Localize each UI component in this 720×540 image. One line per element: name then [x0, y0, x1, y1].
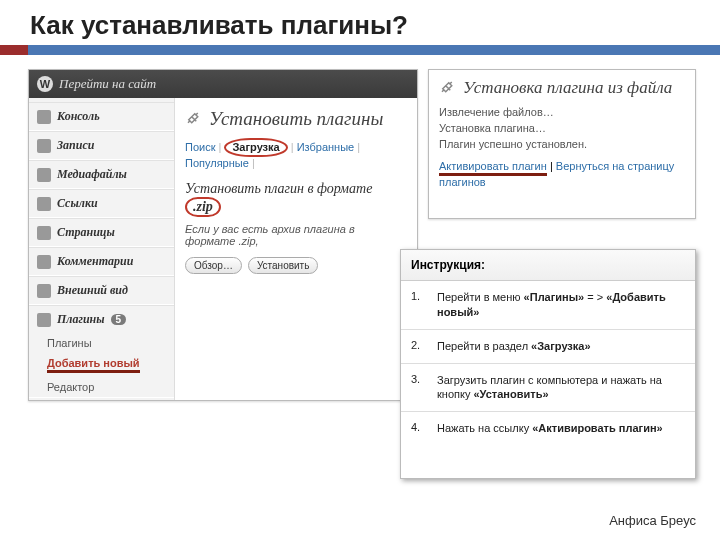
wp-main-area: Установить плагины Поиск | Загрузка | Из… [175, 98, 417, 400]
plug-icon [185, 110, 203, 128]
instruction-step: 2.Перейти в раздел «Загрузка» [401, 330, 695, 364]
sidebar-item-plugins[interactable]: Плагины 5 [29, 306, 174, 333]
sidebar-item-dashboard[interactable]: Консоль [29, 103, 174, 130]
step-text: Перейти в меню «Плагины» = > «Добавить н… [437, 290, 685, 320]
slide-title: Как устанавливать плагины? [0, 0, 720, 45]
tab-popular[interactable]: Популярные [185, 157, 249, 169]
link-icon [37, 197, 51, 211]
upload-format-subheading: Установить плагин в формате .zip [185, 181, 407, 217]
sidebar-item-appearance[interactable]: Внешний вид [29, 277, 174, 304]
sidebar-sub-plugins-list[interactable]: Плагины [29, 333, 174, 353]
install-status-line: Плагин успешно установлен. [439, 138, 685, 150]
wp-sidebar: Консоль Записи Медиафайлы Ссылки Страниц… [29, 98, 175, 400]
wordpress-logo-icon: W [37, 76, 53, 92]
step-number: 3. [411, 373, 427, 403]
instruction-box: Инструкция: 1.Перейти в меню «Плагины» =… [400, 249, 696, 479]
sidebar-item-media[interactable]: Медиафайлы [29, 161, 174, 188]
instruction-step: 3.Загрузить плагин с компьютера и нажать… [401, 364, 695, 413]
plugins-count-badge: 5 [111, 314, 127, 325]
step-number: 2. [411, 339, 427, 354]
page-icon [37, 226, 51, 240]
step-number: 1. [411, 290, 427, 320]
sidebar-item-comments[interactable]: Комментарии [29, 248, 174, 275]
tab-search[interactable]: Поиск [185, 141, 215, 153]
pin-icon [37, 139, 51, 153]
plug-icon [439, 79, 457, 97]
step-text: Загрузить плагин с компьютера и нажать н… [437, 373, 685, 403]
appearance-icon [37, 284, 51, 298]
wp-admin-screenshot: W Перейти на сайт Консоль Записи Медиафа… [28, 69, 418, 401]
wp-topbar: W Перейти на сайт [29, 70, 417, 98]
install-button[interactable]: Установить [248, 257, 319, 274]
sidebar-item-posts[interactable]: Записи [29, 132, 174, 159]
install-status-line: Установка плагина… [439, 122, 685, 134]
instruction-step: 4.Нажать на ссылку «Активировать плагин» [401, 412, 695, 445]
tab-upload[interactable]: Загрузка [224, 138, 287, 157]
sidebar-sub-editor[interactable]: Редактор [29, 377, 174, 397]
zip-highlight: .zip [185, 197, 221, 217]
instruction-step: 1.Перейти в меню «Плагины» = > «Добавить… [401, 281, 695, 330]
step-text: Перейти в раздел «Загрузка» [437, 339, 685, 354]
tab-featured[interactable]: Избранные [297, 141, 355, 153]
browse-button[interactable]: Обзор… [185, 257, 242, 274]
activate-plugin-link[interactable]: Активировать плагин [439, 160, 547, 172]
sidebar-item-links[interactable]: Ссылки [29, 190, 174, 217]
sidebar-sub-add-new[interactable]: Добавить новый [29, 353, 174, 377]
install-plugins-heading: Установить плагины [185, 108, 407, 130]
home-icon [37, 110, 51, 124]
install-status-line: Извлечение файлов… [439, 106, 685, 118]
install-from-file-panel: Установка плагина из файла Извлечение фа… [428, 69, 696, 219]
install-from-file-heading: Установка плагина из файла [439, 78, 685, 98]
visit-site-link[interactable]: Перейти на сайт [59, 76, 156, 92]
slide-author: Анфиса Бреус [609, 513, 696, 528]
plugin-tabs: Поиск | Загрузка | Избранные | Популярны… [185, 138, 407, 169]
step-text: Нажать на ссылку «Активировать плагин» [437, 421, 685, 436]
sidebar-item-pages[interactable]: Страницы [29, 219, 174, 246]
media-icon [37, 168, 51, 182]
instruction-title: Инструкция: [401, 250, 695, 281]
step-number: 4. [411, 421, 427, 436]
comment-icon [37, 255, 51, 269]
plugin-icon [37, 313, 51, 327]
header-rule [0, 45, 720, 55]
upload-hint-text: Если у вас есть архив плагина в формате … [185, 223, 407, 247]
